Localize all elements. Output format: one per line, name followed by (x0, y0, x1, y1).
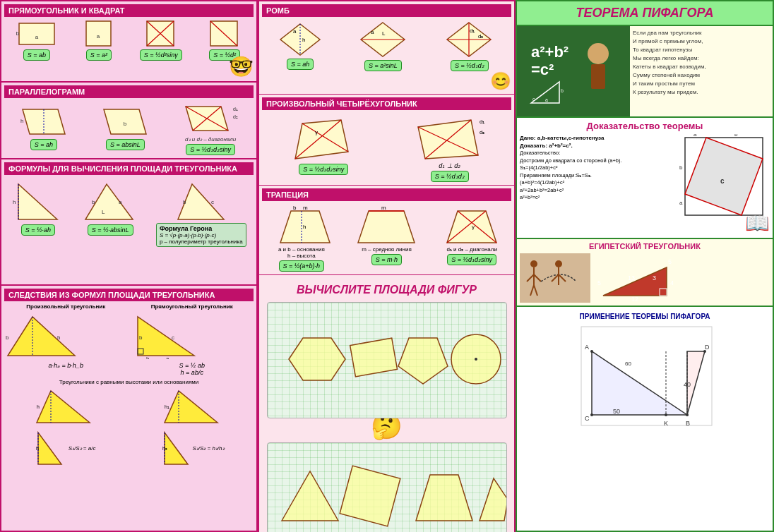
svg-text:a: a (679, 200, 683, 206)
svg-text:γ: γ (472, 224, 475, 230)
right-column: ТЕОРЕМА ПИФАГОРА a²+b² =c² c a b (516, 0, 774, 532)
tri-formula-2: S = ½·absinL (88, 224, 133, 236)
trap-formula-diag: S = ½d₁d₂sinγ (447, 254, 496, 265)
svg-text:L: L (102, 209, 105, 215)
svg-text:b: b (183, 199, 186, 205)
cons-formula-1: a·hₐ = b·h_b (4, 362, 128, 369)
trap-svg-3: γ (436, 204, 507, 246)
svg-marker-39 (138, 317, 194, 356)
rhombus-1: a h S = ah (278, 22, 323, 70)
square-diag-shape: S = ½d²sinγ (140, 20, 182, 61)
svg-text:5: 5 (668, 258, 672, 265)
svg-text:d₂: d₂ (478, 33, 483, 40)
svg-text:h: h (13, 199, 16, 205)
svg-text:a²+b²: a²+b² (531, 43, 568, 61)
para-svg-2: b a (100, 106, 150, 138)
cons-arb-svg: b h a (4, 310, 89, 359)
svg-text:h₁: h₁ (165, 404, 169, 409)
svg-text:a: a (293, 28, 297, 35)
cons-equal-2: h₁ a h₂ S₁/S₂ = h₁/h₂ (161, 387, 225, 468)
svg-text:h: h (146, 356, 149, 359)
rect-formula: S = ab (23, 49, 50, 61)
svg-text:L: L (382, 30, 386, 37)
svg-text:b: b (16, 30, 20, 37)
rhombus-title: РОМБ (262, 4, 511, 17)
main-container: ПРЯМОУГОЛЬНИК И КВАДРАТ a b S = ab a (0, 0, 774, 532)
svg-text:h: h (20, 118, 23, 124)
photo-poem-section: a²+b² =c² c a b Если два нам треугольник… (516, 26, 774, 118)
cons-eq1-svg: h a (33, 387, 97, 426)
mascot-1: 🤓 (229, 55, 254, 78)
svg-text:h: h (302, 37, 305, 43)
parallelogram-3: d₁ d₂ d₁ и d₂ – диагонали S = ½d₁d₂sinγ (182, 101, 239, 155)
svg-text:d₁: d₁ (233, 107, 238, 111)
quad-1: γ S = ½d₁d₂sinγ (288, 113, 359, 175)
cons-eq4-svg: h₂ (161, 429, 189, 468)
svg-text:γ: γ (315, 129, 318, 135)
svg-marker-45 (37, 391, 90, 423)
svg-point-141 (590, 413, 593, 416)
calculate-section: ВЫЧИСЛИТЕ ПЛОЩАДИ ФИГУР 🤔 (258, 275, 516, 532)
trap-formula-1: S = ½(a+b)·h (279, 260, 325, 272)
proof-text-block: Дано: а,b-катеты,с-гипотенуза Доказать: … (520, 134, 675, 219)
proof-given: Дано: а,b-катеты,с-гипотенуза (520, 134, 675, 142)
rhombus-3: d₁ d₂ S = ½d₁d₂ (443, 20, 496, 71)
egyptian-svg-1 (520, 253, 590, 303)
egyptian-section: ЕГИПЕТСКИЙ ТРЕУГОЛЬНИК (516, 239, 774, 307)
quad-diag-label: d₁ ⊥ d₂ (439, 162, 460, 169)
svg-text:h: h (36, 446, 39, 451)
svg-text:13: 13 (628, 274, 635, 282)
svg-text:m: m (303, 205, 308, 211)
triangle-heron: b c a Формула Герона S = √p·(p-a)·(p-b)·… (156, 177, 246, 247)
cons-formula-2: S = ½ ab (131, 362, 254, 369)
svg-text:d₂: d₂ (480, 129, 484, 135)
rhombus-svg-3: d₁ d₂ (443, 20, 496, 59)
svg-marker-101 (416, 475, 472, 521)
pythagoras-svg: a²+b² =c² c a b (517, 26, 630, 116)
tri-heron-svg: b c a (174, 177, 227, 223)
para-diag-label: d₁ и d₂ – диагонали (185, 136, 236, 143)
svg-text:a: a (191, 425, 194, 426)
para-formula-2: S = absinL (106, 139, 145, 150)
svg-text:K: K (664, 420, 668, 427)
heron-title: Формула Герона (160, 225, 243, 232)
trap-svg-1: b m h a (266, 204, 337, 246)
svg-point-120 (530, 260, 537, 267)
triangle-1: h a S = ½·ah (11, 177, 64, 236)
proof-body: Доказательство: Достроим до квадрата со … (520, 150, 675, 202)
heron-p: p – полупериметр треугольника (160, 238, 243, 245)
svg-text:C: C (585, 415, 590, 422)
parallelogram-2: b a S = absinL (100, 106, 150, 150)
square-diag-svg (143, 20, 179, 48)
svg-text:12: 12 (631, 296, 638, 303)
trap-h-label: h – высота (287, 253, 316, 259)
cons-ratio: S₁/S₂ = a/c (69, 429, 96, 468)
pythagorean-header: ТЕОРЕМА ПИФАГОРА (516, 0, 774, 26)
svg-text:h₂: h₂ (162, 446, 167, 451)
application-section: ПРИМЕНЕНИЕ ТЕОРЕМЫ ПИФАГОРА C B A D K (516, 307, 774, 532)
svg-marker-87 (358, 211, 415, 243)
svg-marker-99 (282, 471, 338, 521)
cons-eq3-svg: h₁ a (161, 387, 225, 426)
svg-text:b: b (679, 164, 683, 171)
svg-marker-34 (8, 317, 75, 356)
heron-formula: S = √p·(p-a)·(p-b)·(p-c) (160, 232, 243, 238)
proof-title: Доказательство теоремы (520, 121, 770, 131)
svg-text:B: B (686, 420, 690, 427)
svg-text:b: b (561, 88, 564, 93)
svg-rect-107 (591, 64, 605, 89)
svg-text:A: A (585, 344, 589, 351)
square-one-diag-svg (207, 20, 242, 48)
para-svg-3: d₁ d₂ (182, 101, 239, 136)
svg-text:a: a (693, 134, 697, 138)
svg-rect-95 (350, 338, 397, 377)
cons-right: Прямоугольный треугольник b h a c S = ½ … (131, 303, 254, 376)
para-svg-1: a h (19, 106, 69, 138)
left-column: ПРЯМОУГОЛЬНИК И КВАДРАТ a b S = ab a (0, 0, 258, 532)
svg-text:a: a (371, 29, 374, 35)
triangle-2: b a L S = ½·absinL (82, 177, 138, 236)
trap-svg-2: m (347, 204, 425, 246)
egyptian-title: ЕГИПЕТСКИЙ ТРЕУГОЛЬНИК (520, 242, 770, 250)
poem-text: Если два нам треугольник И прямой с прям… (633, 29, 770, 97)
rhombus-2: a L S = a²sinL (357, 20, 410, 71)
